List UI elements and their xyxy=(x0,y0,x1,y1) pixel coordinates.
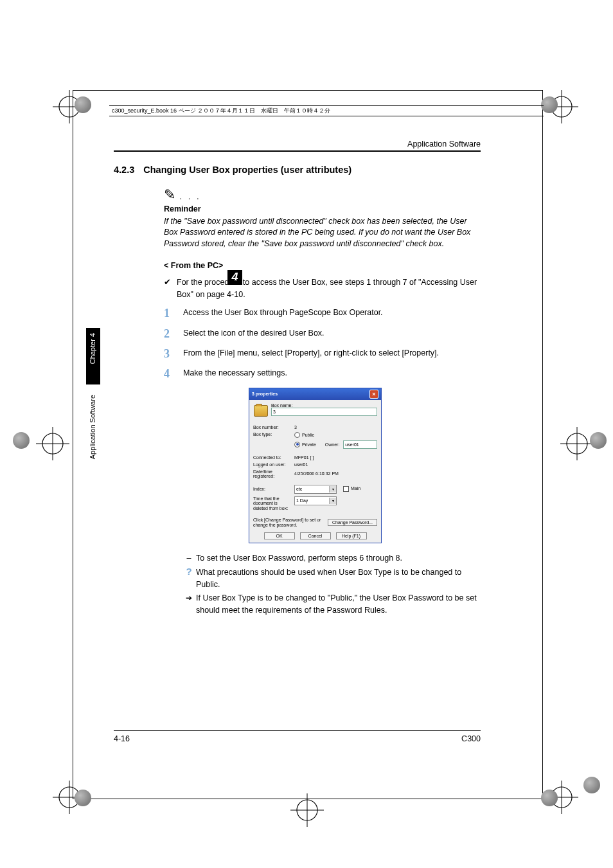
change-password-button[interactable]: Change Password... xyxy=(328,519,377,526)
owner-label: Owner: xyxy=(325,442,340,447)
note-dash: – To set the User Box Password, perform … xyxy=(182,552,481,565)
reminder-icon: ✎ . . . xyxy=(164,186,481,203)
time-delete-select[interactable]: 1 Day▾ xyxy=(294,496,337,505)
box-name-label: Box name: xyxy=(271,403,377,408)
step-number: 3 xyxy=(164,347,183,359)
datetime-value: 4/25/2006 6:10:32 PM xyxy=(294,471,339,476)
side-tab-chapter: Chapter 4 xyxy=(86,328,100,384)
section-title: Changing User Box properties (user attri… xyxy=(143,165,351,175)
dialog-titlebar[interactable]: 3 properties × xyxy=(249,388,381,400)
frame-line xyxy=(73,90,542,91)
index-label: Index: xyxy=(253,487,292,491)
from-pc-heading: < From the PC> xyxy=(164,261,481,270)
note-arrow: ➔ If User Box Type is to be changed to "… xyxy=(182,592,481,617)
frame-line xyxy=(542,90,543,799)
time-delete-label: Time that the document is deleted from b… xyxy=(253,496,292,511)
box-name-input[interactable]: 3 xyxy=(271,408,377,416)
reminder-text: If the "Save box password until disconne… xyxy=(164,216,481,249)
step-number: 4 xyxy=(164,367,183,379)
logged-label: Logged on user: xyxy=(253,462,292,467)
register-mark-icon xyxy=(33,424,72,463)
connected-value: MFP01 [ ] xyxy=(294,455,314,460)
intro-bullet: ✔ For the procedure to access the User B… xyxy=(164,276,481,301)
step-text: Select the icon of the desired User Box. xyxy=(183,327,324,339)
step-text: Make the necessary settings. xyxy=(183,367,287,379)
header-title: Application Software xyxy=(407,140,481,149)
side-tab-section: Application Software xyxy=(86,390,100,480)
intro-bullet-text: For the procedure to access the User Box… xyxy=(177,276,481,301)
model: C300 xyxy=(461,734,481,743)
register-mark-icon xyxy=(288,791,326,829)
page-footer: 4-16 C300 xyxy=(114,730,481,743)
reminder-heading: Reminder xyxy=(164,204,481,213)
owner-input[interactable]: user01 xyxy=(343,440,377,449)
note-question: ? What precautions should be used when U… xyxy=(182,566,481,591)
ok-button[interactable]: OK xyxy=(264,532,295,539)
change-pw-hint: Click [Change Password] to set or change… xyxy=(253,518,324,527)
dialog-title-text: 3 properties xyxy=(252,392,278,396)
step-text: From the [File] menu, select [Property],… xyxy=(183,347,439,359)
section-number: 4.2.3 xyxy=(114,165,134,175)
step-text: Access the User Box through PageScope Bo… xyxy=(183,307,383,319)
step-3: 3 From the [File] menu, select [Property… xyxy=(164,347,481,359)
register-dot-icon xyxy=(583,777,600,793)
connected-label: Connected to: xyxy=(253,455,292,460)
properties-dialog: 3 properties × Box name: 3 Box number: 3 xyxy=(249,388,382,543)
side-tab-chapter-text: Chapter 4 xyxy=(86,328,99,369)
frame-line xyxy=(73,90,73,799)
register-dot-icon xyxy=(13,432,30,449)
section-heading: 4.2.3 Changing User Box properties (user… xyxy=(114,165,481,175)
box-number-label: Box number: xyxy=(253,425,292,429)
chevron-down-icon: ▾ xyxy=(329,486,336,493)
box-number-value: 3 xyxy=(294,425,297,429)
question-icon: ? xyxy=(182,566,196,591)
arrow-icon: ➔ xyxy=(182,592,196,617)
step-number: 1 xyxy=(164,307,183,319)
reminder-block: ✎ . . . Reminder If the "Save box passwo… xyxy=(164,186,481,249)
header-strip-text: c300_security_E.book 16 ページ ２００７年４月１１日 水… xyxy=(112,107,541,115)
note-question-text: What precautions should be used when Use… xyxy=(196,566,481,591)
main-label: Main xyxy=(351,487,360,491)
step-number: 2 xyxy=(164,327,183,339)
register-dot-icon xyxy=(75,96,91,113)
index-select[interactable]: etc▾ xyxy=(294,485,337,494)
register-dot-icon xyxy=(590,432,607,449)
step-2: 2 Select the icon of the desired User Bo… xyxy=(164,327,481,339)
main-checkbox[interactable] xyxy=(343,486,349,492)
register-dot-icon xyxy=(75,790,91,806)
cancel-button[interactable]: Cancel xyxy=(300,532,331,539)
box-type-label: Box type: xyxy=(253,432,292,437)
box-type-private-radio[interactable]: Private xyxy=(294,442,316,448)
check-icon: ✔ xyxy=(164,276,177,301)
logged-value: user01 xyxy=(294,462,308,467)
dash-icon: – xyxy=(182,552,196,565)
help-button[interactable]: Help (F1) xyxy=(336,532,367,539)
note-dash-text: To set the User Box Password, perform st… xyxy=(196,552,402,565)
dialog-body: Box name: 3 Box number: 3 Box type: Publ… xyxy=(249,400,381,543)
side-tab-section-text: Application Software xyxy=(86,390,99,464)
datetime-label: Date/time registered: xyxy=(253,469,292,478)
box-type-public-radio[interactable]: Public xyxy=(294,432,314,438)
register-dot-icon xyxy=(541,790,558,806)
page: c300_security_E.book 16 ページ ２００７年４月１１日 水… xyxy=(0,0,613,868)
step-4: 4 Make the necessary settings. xyxy=(164,367,481,379)
box-icon xyxy=(254,405,268,417)
chevron-down-icon: ▾ xyxy=(329,498,336,504)
step-1: 1 Access the User Box through PageScope … xyxy=(164,307,481,319)
note-arrow-text: If User Box Type is to be changed to "Pu… xyxy=(196,592,481,617)
body: 4.2.3 Changing User Box properties (user… xyxy=(114,165,481,746)
page-header: 4 Application Software xyxy=(114,135,481,152)
header-strip: c300_security_E.book 16 ページ ２００７年４月１１日 水… xyxy=(109,105,544,117)
page-number: 4-16 xyxy=(114,734,130,743)
close-icon[interactable]: × xyxy=(369,390,378,399)
